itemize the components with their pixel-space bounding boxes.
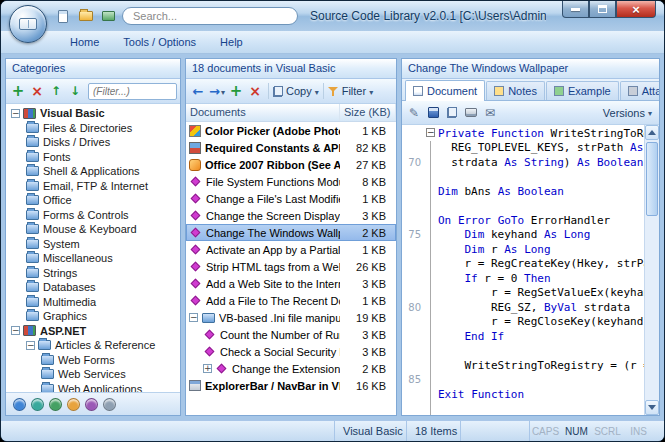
menu-item-tools-options[interactable]: Tools / Options	[112, 33, 207, 51]
print-button[interactable]	[462, 104, 480, 122]
plus-icon	[230, 84, 243, 99]
category-item[interactable]: Email, FTP & Internet	[6, 179, 180, 194]
document-title: Change the Extension of Files i...	[232, 363, 340, 375]
category-item[interactable]: Web Applications	[6, 382, 180, 393]
category-item[interactable]: System	[6, 237, 180, 252]
code-text: r = RegSetValueEx(keyhand	[438, 286, 644, 299]
category-item[interactable]: Office	[6, 193, 180, 208]
document-row[interactable]: ExplorerBar / NavBar in VB (Proj...16 KB	[186, 377, 396, 394]
gear-icon[interactable]	[103, 398, 116, 411]
email-button[interactable]	[481, 104, 499, 122]
category-filter-input[interactable]	[88, 83, 177, 100]
document-expander-icon[interactable]: +	[203, 364, 212, 373]
application-button[interactable]	[9, 5, 47, 43]
category-item[interactable]: −ASP.NET	[6, 324, 180, 339]
minimize-button[interactable]	[562, 1, 589, 18]
add-document-button[interactable]	[227, 82, 245, 100]
folder-icon	[41, 369, 54, 379]
menu-item-help[interactable]: Help	[209, 33, 254, 51]
forward-button[interactable]	[208, 82, 226, 100]
document-row[interactable]: Change The Windows Wallpaper2 KB	[186, 224, 396, 241]
delete-document-button[interactable]	[246, 82, 264, 100]
tree-expander-icon[interactable]: −	[11, 326, 20, 335]
document-row[interactable]: Color Picker (Adobe Photoshop ...1 KB	[186, 122, 396, 139]
line-number: 80	[402, 302, 426, 313]
category-item[interactable]: Fonts	[6, 150, 180, 165]
code-line	[402, 199, 644, 214]
category-item[interactable]: Multimedia	[6, 295, 180, 310]
copy-button[interactable]: Copy	[273, 82, 319, 100]
save-icon	[428, 107, 439, 118]
category-item[interactable]: Mouse & Keyboard	[6, 222, 180, 237]
category-item[interactable]: Databases	[6, 280, 180, 295]
document-row[interactable]: File System Functions Module8 KB	[186, 173, 396, 190]
new-document-button[interactable]	[53, 7, 72, 26]
menu-item-home[interactable]: Home	[59, 33, 110, 51]
document-row[interactable]: Add a File to The Recent Docume...1 KB	[186, 292, 396, 309]
clock-icon[interactable]	[67, 398, 80, 411]
tab-example[interactable]: Example	[546, 81, 619, 100]
document-row[interactable]: Activate an App by a Partial Wind...1 KB	[186, 241, 396, 258]
add-category-button[interactable]	[9, 82, 27, 100]
title-bar[interactable]: Source Code Library v2.0.1 [C:\Users\Adm…	[1, 1, 664, 31]
code-line: 70 strdata As String) As Boolean	[402, 155, 644, 170]
category-item[interactable]: Files & Directories	[6, 121, 180, 136]
back-button[interactable]	[189, 82, 207, 100]
versions-button[interactable]: Versions	[599, 107, 656, 119]
palette-icon[interactable]	[31, 398, 44, 411]
collapse-icon[interactable]: −	[426, 128, 435, 137]
scroll-down-button[interactable]	[645, 400, 659, 415]
tab-attachments[interactable]: Attachments	[620, 81, 660, 100]
tag-icon[interactable]	[85, 398, 98, 411]
category-item[interactable]: Web Services	[6, 367, 180, 382]
move-down-button[interactable]	[66, 82, 84, 100]
document-row[interactable]: Count the Number of Running...3 KB	[186, 326, 396, 343]
category-item[interactable]: Strings	[6, 266, 180, 281]
tab-notes[interactable]: Notes	[486, 81, 545, 100]
export-button[interactable]	[99, 7, 118, 26]
delete-category-button[interactable]	[28, 82, 46, 100]
status-flag-ins: INS	[623, 426, 654, 437]
tab-document[interactable]: Document	[405, 80, 485, 101]
category-label: Visual Basic	[40, 107, 105, 119]
document-row[interactable]: +Change the Extension of Files i...2 KB	[186, 360, 396, 377]
document-name-cell: +Change the Extension of Files i...	[186, 360, 340, 377]
document-row[interactable]: Required Constants & API Decla...82 KB	[186, 139, 396, 156]
edit-button[interactable]	[405, 104, 423, 122]
copy-code-button[interactable]	[443, 104, 461, 122]
open-button[interactable]	[76, 7, 95, 26]
document-row[interactable]: Change the Screen Display Resolu...3 KB	[186, 207, 396, 224]
vertical-scrollbar[interactable]	[644, 125, 659, 415]
category-item[interactable]: Miscellaneous	[6, 251, 180, 266]
category-item[interactable]: −Visual Basic	[6, 106, 180, 121]
globe-icon[interactable]	[13, 398, 26, 411]
search-input[interactable]	[122, 7, 298, 25]
category-item[interactable]: Shell & Applications	[6, 164, 180, 179]
scrollbar-thumb[interactable]	[646, 142, 658, 216]
tree-expander-icon[interactable]: −	[26, 341, 35, 350]
category-item[interactable]: Graphics	[6, 309, 180, 324]
folder-icon	[26, 181, 39, 191]
document-row[interactable]: Office 2007 Ribbon (See Attach...27 KB	[186, 156, 396, 173]
category-item[interactable]: −Articles & Reference	[6, 338, 180, 353]
document-row[interactable]: Change a File's Last Modified Date...1 K…	[186, 190, 396, 207]
category-item[interactable]: Forms & Controls	[6, 208, 180, 223]
column-header-size[interactable]: Size (KB)	[340, 104, 396, 121]
document-name-cell: ExplorerBar / NavBar in VB (Proj...	[186, 377, 340, 394]
close-button[interactable]: ×	[616, 1, 656, 18]
document-row[interactable]: Add a Web Site to the Internet Exp...3 K…	[186, 275, 396, 292]
filter-button[interactable]: Filter	[328, 82, 373, 100]
category-item[interactable]: Disks / Drives	[6, 135, 180, 150]
document-expander-icon[interactable]: −	[189, 313, 198, 322]
scroll-up-button[interactable]	[645, 125, 659, 140]
category-item[interactable]: Web Forms	[6, 353, 180, 368]
column-header-documents[interactable]: Documents	[186, 104, 340, 121]
tree-expander-icon[interactable]: −	[11, 109, 20, 118]
document-row[interactable]: −VB-based .Ini file manipulation clas19 …	[186, 309, 396, 326]
document-row[interactable]: Strip HTML tags from a Web Page...26 KB	[186, 258, 396, 275]
move-up-button[interactable]	[47, 82, 65, 100]
maximize-button[interactable]	[589, 1, 616, 18]
save-button[interactable]	[424, 104, 442, 122]
document-row[interactable]: Check a Social Security Numb...3 KB	[186, 343, 396, 360]
chart-icon[interactable]	[49, 398, 62, 411]
